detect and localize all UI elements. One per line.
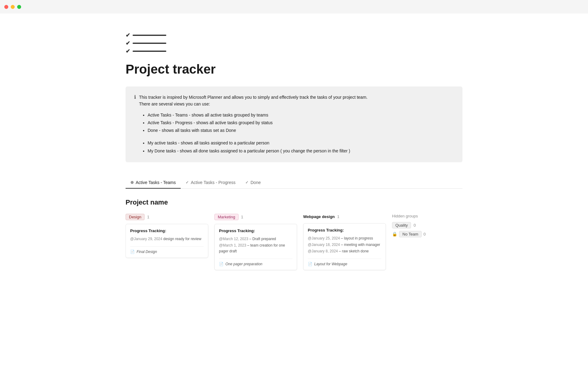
info-icon: ℹ: [134, 94, 136, 100]
close-button[interactable]: [4, 5, 8, 9]
main-content: ✔ ✔ ✔ Project tracker ℹ This tracker is …: [95, 13, 493, 292]
card-file-icon-marketing: 📄: [219, 262, 224, 266]
lock-icon: 🔒: [392, 232, 397, 236]
page-title: Project tracker: [126, 62, 462, 77]
badge-webpage: Webpage design: [303, 214, 335, 220]
card-entry-webpage-2: @January 18, 2024 – meeting with manager: [308, 242, 381, 248]
info-list-primary: Active Tasks - Teams - shows all active …: [134, 111, 454, 135]
tab-done[interactable]: ✓ Done: [240, 177, 266, 189]
maximize-button[interactable]: [17, 5, 21, 9]
tab-active-tasks-teams[interactable]: ⊛ Active Tasks - Teams: [126, 177, 181, 189]
tab-icon-done: ✓: [245, 180, 249, 185]
card-footer-label-design: Final Design: [137, 250, 157, 254]
checkmark-icon: ✔: [126, 32, 130, 39]
app-icon: ✔ ✔ ✔: [126, 32, 462, 55]
card-entry-webpage-3: @January 8, 2024 – raw sketch done: [308, 248, 381, 254]
tab-icon-progress: ✓: [186, 180, 189, 185]
card-footer-design: 📄 Final Design: [130, 246, 204, 254]
tab-icon-teams: ⊛: [130, 180, 134, 185]
card-file-icon-design: 📄: [130, 250, 135, 254]
card-title-design: Progress Tracking:: [130, 228, 204, 233]
kanban-column-marketing: Marketing 1 Progress Tracking: @March 12…: [214, 214, 297, 274]
kanban-board: Design 1 Progress Tracking: @January 29,…: [126, 214, 462, 274]
hidden-groups-column: Hidden groups Quality 0 🔒 No Team 0: [392, 214, 453, 240]
checkmark-icon-3: ✔: [126, 48, 130, 55]
kanban-card-design[interactable]: Progress Tracking: @January 29, 2024 des…: [126, 224, 208, 258]
titlebar: [0, 0, 588, 13]
column-header-marketing: Marketing 1: [214, 214, 297, 220]
card-entry-marketing-2: @March 1, 2023 – team creation for one p…: [219, 243, 292, 254]
card-entry-design-1: @January 29, 2024 design ready for revie…: [130, 236, 204, 242]
tab-active-tasks-progress[interactable]: ✓ Active Tasks - Progress: [181, 177, 240, 189]
info-list-item: Active Tasks - Progress - shows all acti…: [148, 119, 454, 127]
card-entry-marketing-1: @March 12, 2023 – Draft prepared: [219, 236, 292, 242]
card-title-webpage: Progress Tracking:: [308, 228, 381, 232]
info-subtitle: There are several views you can use:: [139, 101, 368, 107]
column-count-design: 1: [147, 215, 149, 219]
section-title: Project name: [126, 198, 462, 206]
hidden-group-quality[interactable]: Quality 0: [392, 222, 453, 228]
checkmark-icon-2: ✔: [126, 40, 130, 47]
hidden-group-no-team[interactable]: 🔒 No Team 0: [392, 231, 453, 237]
card-footer-label-webpage: Layout for Webpage: [314, 262, 347, 266]
card-footer-label-marketing: One pager preparation: [225, 262, 262, 266]
kanban-column-webpage: Webpage design 1 Progress Tracking: @Jan…: [303, 214, 386, 274]
column-count-webpage: 1: [337, 214, 339, 219]
column-header-webpage: Webpage design 1: [303, 214, 386, 220]
tabs-container: ⊛ Active Tasks - Teams ✓ Active Tasks - …: [126, 177, 462, 189]
column-header-design: Design 1: [126, 214, 208, 220]
kanban-column-design: Design 1 Progress Tracking: @January 29,…: [126, 214, 208, 261]
card-footer-webpage: 📄 Layout for Webpage: [308, 259, 381, 266]
info-list-item: My Done tasks - shows all done tasks ass…: [148, 147, 454, 155]
minimize-button[interactable]: [11, 5, 15, 9]
column-count-marketing: 1: [241, 215, 243, 219]
badge-marketing: Marketing: [214, 214, 239, 220]
badge-design: Design: [126, 214, 145, 220]
hidden-groups-label: Hidden groups: [392, 214, 453, 218]
kanban-card-webpage[interactable]: Progress Tracking: @January 25, 2024 – l…: [303, 223, 386, 270]
kanban-card-marketing[interactable]: Progress Tracking: @March 12, 2023 – Dra…: [214, 224, 297, 270]
info-intro: This tracker is inspired by Microsoft Pl…: [139, 94, 368, 101]
badge-no-team: No Team: [399, 231, 422, 237]
info-list-item: Active Tasks - Teams - shows all active …: [148, 111, 454, 119]
badge-quality: Quality: [392, 222, 411, 228]
card-entry-webpage-1: @January 25, 2024 – layout in progress: [308, 236, 381, 241]
card-footer-marketing: 📄 One pager preparation: [219, 259, 292, 266]
info-list-item: My active tasks - shows all tasks assign…: [148, 139, 454, 147]
count-quality: 0: [413, 223, 416, 228]
count-no-team: 0: [424, 232, 426, 236]
info-list-item: Done - shows all tasks with status set a…: [148, 127, 454, 134]
card-title-marketing: Progress Tracking:: [219, 228, 292, 233]
info-list-secondary: My active tasks - shows all tasks assign…: [134, 139, 454, 155]
info-block: ℹ This tracker is inspired by Microsoft …: [126, 86, 462, 162]
card-file-icon-webpage: 📄: [308, 262, 312, 266]
